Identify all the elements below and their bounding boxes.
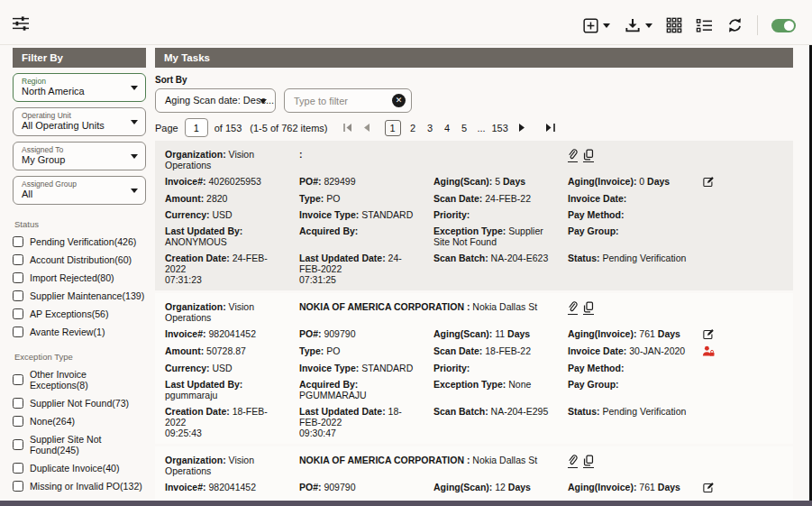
task-card[interactable]: Organization: Vision Operations : Invoic…: [155, 141, 793, 290]
status-checkbox[interactable]: AP Exceptions(56): [13, 308, 146, 319]
page-number[interactable]: 5: [457, 123, 472, 133]
last-updated-date-field: Last Updated Date: 18-FEB-202209:30:47: [299, 406, 433, 438]
copy-icon[interactable]: [583, 455, 594, 468]
download-icon: [624, 17, 642, 34]
view-toggle-switch[interactable]: [771, 19, 796, 32]
page-number[interactable]: 2: [406, 123, 421, 133]
pay-group-field: Pay Group:: [568, 379, 702, 400]
add-square-icon: [582, 17, 599, 34]
checkbox-icon: [13, 308, 23, 319]
sort-value: Aging Scan date: Desc...: [165, 95, 274, 106]
edit-icon[interactable]: [702, 482, 715, 493]
grid-view-button[interactable]: [666, 17, 682, 33]
task-card[interactable]: Organization: Vision Operations NOKIA OF…: [155, 293, 793, 444]
page-number-input[interactable]: [185, 118, 208, 137]
page-number[interactable]: 4: [440, 123, 455, 133]
pay-group-field: Pay Group:: [568, 225, 702, 247]
operating-unit-dropdown[interactable]: Operating Unit All Operating Units: [13, 107, 146, 136]
page-of-label: of 153: [214, 123, 242, 133]
checkbox-label: AP Exceptions(56): [30, 308, 109, 319]
items-count-label: (1-5 of 762 items): [250, 123, 327, 133]
my-tasks-panel: My Tasks Sort By Aging Scan date: Desc..…: [155, 48, 793, 506]
page-number-last[interactable]: 153: [491, 123, 509, 133]
list-view-button[interactable]: [696, 18, 713, 33]
edit-icon[interactable]: [702, 328, 715, 340]
assigned-group-value: All: [22, 189, 129, 200]
scan-date-field: Scan Date: 24-FEB-22: [433, 193, 568, 204]
checkbox-label: Account Distribution(60): [30, 254, 132, 265]
my-tasks-title: My Tasks: [155, 48, 793, 68]
exception-checkbox[interactable]: Supplier Not Found(73): [13, 398, 146, 409]
status-checkbox[interactable]: Pending Verification(426): [13, 236, 146, 247]
invoice-field: Invoice#: 982041452: [165, 328, 299, 340]
page-number-current[interactable]: 1: [385, 120, 401, 136]
currency-field: Currency: USD: [165, 363, 299, 373]
exception-checkbox[interactable]: Missing or Invalid PO(132): [13, 481, 146, 492]
first-page-icon[interactable]: [342, 123, 360, 133]
exception-checkbox[interactable]: Other Invoice Exceptions(8): [13, 369, 146, 391]
supplier-field: NOKIA OF AMERICA CORPORATION : Nokia Dal…: [299, 455, 568, 476]
task-card[interactable]: Organization: Vision Operations NOKIA OF…: [155, 446, 793, 506]
last-page-icon[interactable]: [545, 123, 563, 133]
checkbox-label: Avante Review(1): [30, 327, 105, 337]
sort-dropdown[interactable]: Aging Scan date: Desc...: [155, 88, 276, 113]
checkbox-icon: [13, 374, 23, 385]
scan-date-field: Scan Date: 18-FEB-22: [433, 345, 568, 357]
clear-filter-icon[interactable]: ✕: [392, 94, 406, 107]
download-menu-button[interactable]: [624, 17, 652, 34]
refresh-button[interactable]: [726, 17, 744, 33]
checkbox-label: Supplier Maintenance(139): [30, 290, 144, 301]
po-field: PO#: 909790: [299, 482, 433, 493]
list-icon: [696, 18, 713, 33]
status-checkbox[interactable]: Avante Review(1): [13, 327, 146, 337]
card-actions: [568, 455, 702, 476]
last-updated-by-field: Last Updated By: ANONYMOUS: [165, 225, 299, 247]
exception-checkbox[interactable]: Duplicate Invoice(40): [13, 463, 146, 474]
organization-field: Organization: Vision Operations: [165, 301, 299, 323]
bottom-scrollbar[interactable]: [0, 501, 812, 506]
filter-sliders-icon[interactable]: [11, 15, 31, 32]
top-toolbar: [0, 0, 812, 45]
chevron-down-icon: [131, 189, 138, 193]
acquired-user-icon[interactable]: [702, 345, 715, 357]
sort-by-label: Sort By: [155, 75, 793, 86]
assigned-to-dropdown[interactable]: Assigned To My Group: [13, 142, 146, 170]
exception-section-title: Exception Type: [14, 352, 146, 362]
copy-icon[interactable]: [583, 149, 594, 162]
supplier-field: :: [299, 149, 568, 170]
scan-batch-field: Scan Batch: NA-204-E295: [433, 406, 568, 438]
invoice-type-field: Invoice Type: STANDARD: [299, 209, 433, 220]
type-field: Type: PO: [299, 193, 433, 204]
checkbox-icon: [13, 327, 23, 337]
next-page-icon[interactable]: [518, 123, 536, 133]
status-checkbox[interactable]: Account Distribution(60): [13, 254, 146, 265]
checkbox-icon: [13, 254, 23, 265]
add-document-menu-button[interactable]: [582, 17, 610, 34]
po-field: PO#: 829499: [299, 176, 433, 188]
amount-field: Amount: 2820: [165, 193, 299, 204]
assigned-to-value: My Group: [22, 154, 129, 166]
region-dropdown[interactable]: Region North America: [13, 73, 146, 102]
card-actions: [568, 149, 702, 170]
prev-page-icon[interactable]: [362, 123, 380, 133]
paperclip-icon[interactable]: [568, 455, 578, 468]
checkbox-icon: [13, 416, 23, 427]
assigned-group-dropdown[interactable]: Assigned Group All: [13, 176, 146, 205]
chevron-down-icon: [645, 23, 652, 28]
operating-unit-value: All Operating Units: [22, 120, 129, 132]
checkbox-label: Supplier Site Not Found(245): [30, 434, 146, 455]
status-checkbox[interactable]: Import Rejected(80): [13, 272, 146, 283]
checkbox-label: Duplicate Invoice(40): [30, 463, 120, 474]
po-field: PO#: 909790: [299, 328, 433, 340]
paperclip-icon[interactable]: [568, 149, 578, 162]
exception-checkbox[interactable]: None(264): [13, 416, 146, 427]
last-updated-date-field: Last Updated Date: 24-FEB-202207:31:25: [299, 253, 433, 285]
task-list: Organization: Vision Operations : Invoic…: [155, 141, 793, 506]
page-number[interactable]: 3: [423, 123, 438, 133]
exception-checkbox[interactable]: Supplier Site Not Found(245): [13, 434, 146, 455]
edit-icon[interactable]: [702, 176, 715, 188]
invoice-field: Invoice#: 982041452: [165, 482, 299, 493]
status-checkbox[interactable]: Supplier Maintenance(139): [13, 290, 146, 301]
copy-icon[interactable]: [583, 301, 594, 315]
paperclip-icon[interactable]: [568, 301, 578, 315]
